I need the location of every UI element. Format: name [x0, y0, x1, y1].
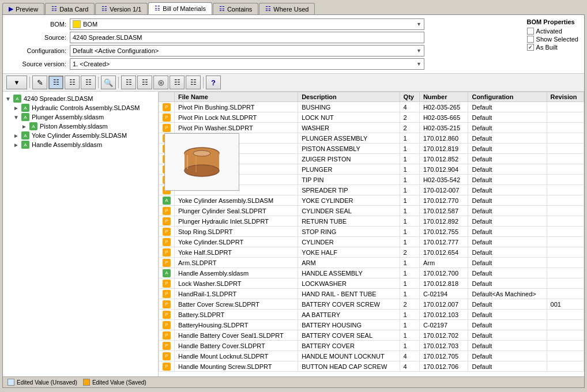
source-version-dropdown-arrow: ▼ — [416, 61, 422, 67]
toolbar-target-btn[interactable]: ◎ — [153, 76, 168, 89]
asm-icon-handle: A — [21, 141, 29, 149]
table-header-row: File Name Description Qty Number Configu… — [159, 92, 584, 102]
as-built-checkbox[interactable]: ✓ — [527, 44, 534, 51]
table-row[interactable]: PYoke Cylinder.SLDPRTCYLINDER1170.012.77… — [159, 237, 584, 247]
col-qty[interactable]: Qty — [400, 92, 419, 102]
svg-point-5 — [193, 150, 210, 156]
table-row[interactable]: PStop Ring.SLDPRTSTOP RING1170.012.755De… — [159, 227, 584, 237]
toolbar-filter-btn[interactable]: ☷ — [121, 76, 136, 89]
bom-properties: BOM Properties Activated Show Selected ✓… — [527, 18, 578, 52]
row-revision — [547, 123, 584, 133]
show-selected-checkbox[interactable] — [527, 36, 534, 43]
toolbar-paste-btn[interactable]: ☷ — [186, 76, 201, 89]
toolbar-settings-btn[interactable]: ☷ — [137, 76, 152, 89]
table-row[interactable]: PPlunger Cylinder Seal.SLDPRTCYLINDER SE… — [159, 206, 584, 216]
toolbar-props-btn[interactable]: ☷ — [65, 76, 80, 89]
part-row-icon: P — [163, 259, 171, 267]
tab-version[interactable]: ☷ Version 1/1 — [95, 3, 148, 14]
tab-label-preview: Preview — [16, 6, 38, 13]
row-description: ARM — [298, 258, 400, 268]
row-icon-cell: P — [159, 278, 175, 289]
tree-item-piston[interactable]: ► A Piston Assembly.sldasm — [5, 122, 156, 131]
row-number: H02-035-665 — [419, 112, 468, 123]
table-row[interactable]: AHandle Assembly.sldasmHANDLE ASSEMBLY11… — [159, 268, 584, 278]
tree-toggle-plunger: ▼ — [13, 114, 20, 120]
asm-icon-root: A — [13, 95, 21, 103]
row-qty: 1 — [400, 278, 419, 289]
part-preview-tooltip — [164, 133, 239, 191]
toolbar-grid-btn[interactable]: ☷ — [81, 76, 96, 89]
tab-data-card[interactable]: ☷ Data Card — [45, 3, 95, 14]
toolbar-search-btn[interactable]: 🔍 — [101, 76, 116, 89]
legend-saved: Edited Value (Saved) — [83, 379, 146, 386]
table-row[interactable]: PArm.SLDPRTARM1ArmDefault — [159, 258, 584, 268]
row-revision — [547, 341, 584, 351]
row-qty: 1 — [400, 320, 419, 330]
grid-icon: ☷ — [85, 78, 92, 86]
table-row[interactable]: PYoke Half.SLDPRTYOKE HALF2170.012.654De… — [159, 247, 584, 258]
row-qty: 1 — [400, 133, 419, 144]
toolbar-edit-btn[interactable]: ✎ — [32, 76, 47, 89]
row-number: 170.012.587 — [419, 206, 468, 216]
col-number[interactable]: Number — [419, 92, 468, 102]
row-revision — [547, 330, 584, 341]
row-filename: Stop Ring.SLDPRT — [175, 227, 298, 237]
table-row[interactable]: PHandle Mount Locknut.SLDPRTHANDLE MOUNT… — [159, 351, 584, 361]
source-version-value: 1. <Created> — [73, 61, 110, 67]
table-row[interactable]: AYoke Cylinder Assembly.SLDASMYOKE CYLIN… — [159, 195, 584, 206]
tree-item-yoke[interactable]: ► A Yoke Cylinder Assembly.SLDASM — [5, 131, 156, 140]
table-row[interactable]: PPivot Pin Bushing.SLDPRTBUSHING4H02-035… — [159, 102, 584, 112]
tab-where-used[interactable]: ☷ Where Used — [259, 3, 315, 14]
tree-panel: ▼ A 4240 Spreader.SLDASM ► A Hydraulic C… — [3, 92, 159, 376]
tab-contains[interactable]: ☷ Contains — [213, 3, 258, 14]
legend-unsaved: Edited Value (Unsaved) — [7, 379, 77, 386]
activated-checkbox[interactable] — [527, 28, 534, 35]
row-config: Default — [468, 268, 547, 278]
source-version-select[interactable]: 1. <Created> ▼ — [70, 58, 424, 70]
row-icon-cell: P — [159, 289, 175, 299]
col-config[interactable]: Configuration — [468, 92, 547, 102]
row-config: Default — [468, 310, 547, 320]
col-filename[interactable]: File Name — [175, 92, 298, 102]
tab-preview[interactable]: ▶ Preview — [2, 3, 44, 14]
table-row[interactable]: PPivot Pin Lock Nut.SLDPRTLOCK NUT2H02-0… — [159, 112, 584, 123]
table-row[interactable]: PBattery.SLDPRTAA BATTERY1170.012.103Def… — [159, 310, 584, 320]
toolbar-copy-btn[interactable]: ☷ — [170, 76, 185, 89]
tree-item-plunger[interactable]: ▼ A Plunger Assembly.sldasm — [5, 112, 156, 122]
row-number: 170.012.702 — [419, 330, 468, 341]
row-filename: HandRail-1.SLDPRT — [175, 289, 298, 299]
row-description: YOKE HALF — [298, 247, 400, 258]
edit-icon: ✎ — [37, 78, 43, 87]
tree-toggle-hyd: ► — [13, 105, 20, 111]
tree-toggle-yoke: ► — [13, 133, 20, 139]
toolbar-dropdown-btn[interactable]: ▼ — [6, 76, 27, 89]
table-row[interactable]: PPivot Pin Washer.SLDPRTWASHER2H02-035-2… — [159, 123, 584, 133]
activated-row: Activated — [527, 28, 578, 35]
config-select[interactable]: Default <Active Configuration> ▼ — [70, 45, 424, 56]
col-description[interactable]: Description — [298, 92, 400, 102]
tree-item-handle[interactable]: ► A Handle Assembly.sldasm — [5, 140, 156, 149]
bom-select[interactable]: BOM ▼ — [70, 18, 424, 30]
table-row[interactable]: PHandle Mounting Screw.SLDPRTBUTTON HEAD… — [159, 361, 584, 372]
table-row[interactable]: PHandRail-1.SLDPRTHAND RAIL - BENT TUBE1… — [159, 289, 584, 299]
table-row[interactable]: PHandle Battery Cover.SLDPRTBATTERY COVE… — [159, 341, 584, 351]
tree-item-hyd[interactable]: ► A Hydraulic Controls Assembly.SLDASM — [5, 103, 156, 112]
tab-bom[interactable]: ☷ Bill of Materials — [148, 2, 212, 14]
row-icon-cell: P — [159, 102, 175, 112]
row-icon-cell: P — [159, 227, 175, 237]
row-filename: Pivot Pin Lock Nut.SLDPRT — [175, 112, 298, 123]
tree-item-root[interactable]: ▼ A 4240 Spreader.SLDASM — [5, 94, 156, 103]
row-number: 170.012.700 — [419, 268, 468, 278]
table-row[interactable]: PHandle Battery Cover Seal1.SLDPRTBATTER… — [159, 330, 584, 341]
col-revision[interactable]: Revision — [547, 92, 584, 102]
row-number: 170.012.007 — [419, 299, 468, 310]
table-panel[interactable]: File Name Description Qty Number Configu… — [159, 92, 584, 376]
toolbar-help-btn[interactable]: ? — [206, 76, 221, 89]
table-row[interactable]: PBatter Cover Screw.SLDPRTBATTERY COVER … — [159, 299, 584, 310]
toolbar-tree-btn[interactable]: ☷ — [48, 76, 63, 89]
row-qty: 1 — [400, 341, 419, 351]
row-filename: Battery.SLDPRT — [175, 310, 298, 320]
table-row[interactable]: PPlunger Hydraulic Inlet.SLDPRTRETURN TU… — [159, 216, 584, 227]
table-row[interactable]: PLock Washer.SLDPRTLOCKWASHER1170.012.81… — [159, 278, 584, 289]
table-row[interactable]: PBatteryHousing.SLDPRTBATTERY HOUSING1C-… — [159, 320, 584, 330]
